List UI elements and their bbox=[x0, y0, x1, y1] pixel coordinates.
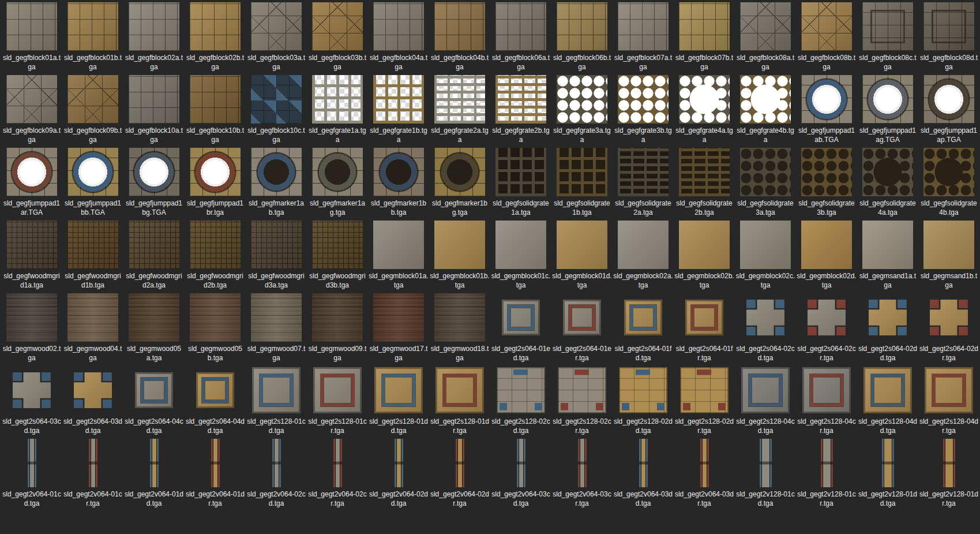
file-item[interactable]: sld_gegmwood09.tga bbox=[307, 293, 368, 363]
file-item[interactable]: sld_gegfsolidgrate2b.tga bbox=[674, 148, 735, 218]
file-item[interactable]: sld_gegfmarker1ag.tga bbox=[307, 148, 368, 218]
file-item[interactable]: sld_gegt2s128-02dr.tga bbox=[674, 366, 735, 436]
file-item[interactable]: sld_gegt2v064-03dr.tga bbox=[674, 439, 735, 509]
file-item[interactable]: sld_gegt2s064-04cd.tga bbox=[123, 366, 185, 436]
file-item[interactable]: sld_gegfsolidgrate2a.tga bbox=[613, 148, 674, 218]
file-item[interactable]: sld_gegt2s128-02cr.tga bbox=[551, 366, 613, 436]
file-item[interactable]: sld_gegfwoodmgrid2a.tga bbox=[123, 221, 185, 290]
file-item[interactable]: sld_gegfgrate3b.tga bbox=[613, 75, 674, 145]
file-item[interactable]: sld_gegfsolidgrate1a.tga bbox=[490, 148, 551, 218]
file-item[interactable]: sld_gegt2v064-03cd.tga bbox=[490, 439, 551, 509]
file-item[interactable]: sld_gegmblock01b.tga bbox=[429, 221, 490, 290]
file-item[interactable]: sld_gegmblock02c.tga bbox=[735, 221, 796, 290]
file-item[interactable]: sld_gegmblock02b.tga bbox=[674, 221, 735, 290]
file-item[interactable]: sld_gegt2s128-04dr.tga bbox=[918, 366, 979, 436]
file-item[interactable]: sld_gegmsand1a.tga bbox=[857, 221, 918, 290]
file-item[interactable]: sld_gegt2v128-01cr.tga bbox=[796, 439, 857, 509]
file-item[interactable]: sld_gegt2v064-01cr.tga bbox=[62, 439, 123, 509]
file-item[interactable]: sld_gegfblock02a.tga bbox=[123, 2, 185, 72]
file-item[interactable]: sld_gegmwood17.tga bbox=[368, 293, 429, 363]
file-item[interactable]: sld_gegfblock09b.tga bbox=[62, 75, 123, 145]
file-item[interactable]: sld_gegt2s128-04cd.tga bbox=[735, 366, 796, 436]
file-item[interactable]: sld_gegfblock01a.tga bbox=[1, 2, 62, 72]
file-item[interactable]: sld_gegt2s128-02cd.tga bbox=[490, 366, 551, 436]
file-item[interactable]: sld_gegt2s064-02cr.tga bbox=[796, 293, 857, 363]
file-item[interactable]: sld_gegmwood04.tga bbox=[62, 293, 123, 363]
file-item[interactable]: sld_gegfblock04a.tga bbox=[368, 2, 429, 72]
file-item[interactable]: sld_gegfblock02b.tga bbox=[185, 2, 246, 72]
file-item[interactable]: sld_gegt2v128-01dd.tga bbox=[857, 439, 918, 509]
file-item[interactable]: sld_gegmsand1b.tga bbox=[918, 221, 979, 290]
file-item[interactable]: sld_gegfblock10b.tga bbox=[185, 75, 246, 145]
file-item[interactable]: sld_gegmblock02a.tga bbox=[613, 221, 674, 290]
file-item[interactable]: sld_gegt2s128-04cr.tga bbox=[796, 366, 857, 436]
file-item[interactable]: sld_gegfjumppad1ag.TGA bbox=[857, 75, 918, 145]
file-item[interactable]: sld_gegt2s128-01cr.tga bbox=[307, 366, 368, 436]
file-item[interactable]: sld_gegmwood05a.tga bbox=[123, 293, 185, 363]
file-item[interactable]: sld_gegmwood02.tga bbox=[1, 293, 62, 363]
file-item[interactable]: sld_gegt2s128-01dd.tga bbox=[368, 366, 429, 436]
file-item[interactable]: sld_gegfgrate4a.tga bbox=[674, 75, 735, 145]
file-item[interactable]: sld_gegt2v064-01dr.tga bbox=[185, 439, 246, 509]
file-item[interactable]: sld_gegt2s128-01cd.tga bbox=[246, 366, 307, 436]
file-item[interactable]: sld_gegfmarker1bg.tga bbox=[429, 148, 490, 218]
file-item[interactable]: sld_gegt2s064-01er.tga bbox=[551, 293, 613, 363]
file-item[interactable]: sld_gegfblock06b.tga bbox=[551, 2, 613, 72]
file-item[interactable]: sld_gegfjumppad1ab.TGA bbox=[796, 75, 857, 145]
file-item[interactable]: sld_gegfblock06a.tga bbox=[490, 2, 551, 72]
file-item[interactable]: sld_gegfwoodmgrid1a.tga bbox=[1, 221, 62, 290]
file-item[interactable]: sld_gegfwoodmgrid3b.tga bbox=[307, 221, 368, 290]
file-item[interactable]: sld_gegt2s128-02dd.tga bbox=[613, 366, 674, 436]
file-item[interactable]: sld_gegt2v064-02cd.tga bbox=[246, 439, 307, 509]
file-item[interactable]: sld_gegmwood07.tga bbox=[246, 293, 307, 363]
file-item[interactable]: sld_gegfblock10c.tga bbox=[246, 75, 307, 145]
file-item[interactable]: sld_gegfgrate1a.tga bbox=[307, 75, 368, 145]
file-item[interactable]: sld_gegfwoodmgrid1b.tga bbox=[62, 221, 123, 290]
file-item[interactable]: sld_gegfblock08a.tga bbox=[735, 2, 796, 72]
file-item[interactable]: sld_gegt2v064-02dr.tga bbox=[429, 439, 490, 509]
file-item[interactable]: sld_gegfsolidgrate4b.tga bbox=[918, 148, 979, 218]
file-item[interactable]: sld_gegt2s064-01fr.tga bbox=[674, 293, 735, 363]
file-item[interactable]: sld_gegfwoodmgrid2b.tga bbox=[185, 221, 246, 290]
file-item[interactable]: sld_gegt2v128-01dr.tga bbox=[918, 439, 979, 509]
file-item[interactable]: sld_gegmwood18.tga bbox=[429, 293, 490, 363]
file-item[interactable]: sld_gegt2v064-02cr.tga bbox=[307, 439, 368, 509]
file-item[interactable]: sld_gegfjumppad1ar.TGA bbox=[1, 148, 62, 218]
file-item[interactable]: sld_gegmblock01a.tga bbox=[368, 221, 429, 290]
file-item[interactable]: sld_gegfmarker1bb.tga bbox=[368, 148, 429, 218]
file-item[interactable]: sld_gegfwoodmgrid3a.tga bbox=[246, 221, 307, 290]
file-item[interactable]: sld_gegfmarker1ab.tga bbox=[246, 148, 307, 218]
file-item[interactable]: sld_gegt2s064-02dr.tga bbox=[918, 293, 979, 363]
file-item[interactable]: sld_gegt2s128-04dd.tga bbox=[857, 366, 918, 436]
file-item[interactable]: sld_gegt2v064-01cd.tga bbox=[1, 439, 62, 509]
file-item[interactable]: sld_gegfjumppad1bb.TGA bbox=[62, 148, 123, 218]
file-item[interactable]: sld_gegt2s128-01dr.tga bbox=[429, 366, 490, 436]
file-item[interactable]: sld_gegmblock02d.tga bbox=[796, 221, 857, 290]
file-item[interactable]: sld_gegfblock10a.tga bbox=[123, 75, 185, 145]
file-item[interactable]: sld_gegfblock08b.tga bbox=[796, 2, 857, 72]
file-item[interactable]: sld_gegfgrate3a.tga bbox=[551, 75, 613, 145]
file-item[interactable]: sld_gegmblock01c.tga bbox=[490, 221, 551, 290]
file-item[interactable]: sld_gegt2v128-01cd.tga bbox=[735, 439, 796, 509]
file-item[interactable]: sld_gegfsolidgrate3a.tga bbox=[735, 148, 796, 218]
file-item[interactable]: sld_gegt2s064-03dd.tga bbox=[62, 366, 123, 436]
file-item[interactable]: sld_gegfsolidgrate4a.tga bbox=[857, 148, 918, 218]
file-item[interactable]: sld_gegfgrate4b.tga bbox=[735, 75, 796, 145]
file-item[interactable]: sld_gegfjumppad1br.tga bbox=[185, 148, 246, 218]
file-item[interactable]: sld_gegfgrate1b.tga bbox=[368, 75, 429, 145]
file-item[interactable]: sld_gegfblock08c.tga bbox=[857, 2, 918, 72]
file-item[interactable]: sld_gegfjumppad1ap.TGA bbox=[918, 75, 979, 145]
file-item[interactable]: sld_gegfblock07a.tga bbox=[613, 2, 674, 72]
file-item[interactable]: sld_gegt2v064-02dd.tga bbox=[368, 439, 429, 509]
file-item[interactable]: sld_gegt2s064-01ed.tga bbox=[490, 293, 551, 363]
file-item[interactable]: sld_gegfsolidgrate3b.tga bbox=[796, 148, 857, 218]
file-item[interactable]: sld_gegfblock03b.tga bbox=[307, 2, 368, 72]
file-item[interactable]: sld_gegfgrate2a.tga bbox=[429, 75, 490, 145]
file-item[interactable]: sld_gegfblock03a.tga bbox=[246, 2, 307, 72]
file-item[interactable]: sld_gegfjumppad1bg.TGA bbox=[123, 148, 185, 218]
file-item[interactable]: sld_gegfblock01b.tga bbox=[62, 2, 123, 72]
file-item[interactable]: sld_gegfblock08d.tga bbox=[918, 2, 979, 72]
file-item[interactable]: sld_gegt2s064-02cd.tga bbox=[735, 293, 796, 363]
file-item[interactable]: sld_gegfblock09a.tga bbox=[1, 75, 62, 145]
file-item[interactable]: sld_gegt2v064-03cr.tga bbox=[551, 439, 613, 509]
